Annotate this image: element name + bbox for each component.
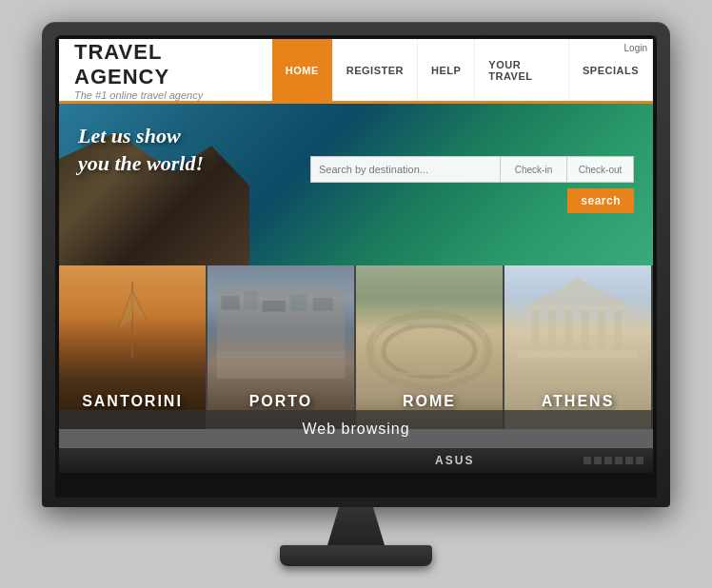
asus-logo: ASUS	[326, 454, 584, 467]
svg-rect-8	[263, 301, 286, 312]
svg-rect-19	[565, 311, 573, 351]
checkout-input[interactable]	[567, 156, 634, 183]
svg-marker-23	[527, 278, 628, 305]
monitor: TRAVEL AGENCY The #1 online travel agenc…	[42, 22, 670, 507]
svg-rect-15	[518, 351, 637, 359]
athens-label: ATHENS	[542, 393, 615, 410]
nav-help[interactable]: HELP	[418, 39, 475, 101]
search-destination-input[interactable]	[310, 156, 501, 183]
monitor-btn-4[interactable]	[615, 457, 623, 464]
monitor-buttons	[583, 457, 643, 464]
porto-label: PORTO	[249, 393, 313, 410]
monitor-bottom-bar: ASUS	[59, 448, 653, 473]
monitor-btn-1[interactable]	[583, 457, 591, 464]
svg-rect-20	[582, 311, 589, 351]
svg-rect-22	[615, 311, 623, 351]
nav-home[interactable]: HOME	[272, 39, 333, 101]
monitor-bezel: TRAVEL AGENCY The #1 online travel agenc…	[55, 35, 657, 498]
login-link[interactable]: Login	[624, 43, 647, 53]
nav-register[interactable]: REGISTER	[333, 39, 418, 101]
site-logo-subtitle: The #1 online travel agency	[74, 89, 257, 101]
destination-athens[interactable]: ATHENS	[504, 265, 653, 429]
logo-area: TRAVEL AGENCY The #1 online travel agenc…	[59, 39, 272, 101]
hero-section: Let us show you the world! search	[59, 104, 653, 265]
svg-rect-16	[527, 305, 628, 311]
santorini-label: SANTORINI	[82, 393, 183, 410]
monitor-stand-neck	[327, 507, 385, 545]
svg-point-13	[384, 325, 475, 377]
site-header: TRAVEL AGENCY The #1 online travel agenc…	[59, 39, 653, 104]
svg-rect-7	[245, 291, 258, 309]
search-button[interactable]: search	[567, 188, 634, 213]
website: TRAVEL AGENCY The #1 online travel agenc…	[59, 39, 653, 448]
nav-your-travel[interactable]: YOUR TRAVEL	[475, 39, 569, 101]
svg-rect-11	[217, 351, 346, 359]
svg-rect-18	[548, 311, 556, 351]
web-browsing-overlay: Web browsing	[59, 410, 653, 429]
svg-rect-9	[290, 294, 307, 310]
destination-santorini[interactable]: SANTORINI	[59, 265, 208, 429]
svg-marker-4	[132, 291, 147, 320]
hero-line2: you the world!	[78, 151, 204, 175]
santorini-mast-icon	[113, 282, 151, 358]
svg-rect-10	[313, 298, 333, 310]
svg-rect-6	[221, 296, 239, 309]
main-nav: HOME REGISTER HELP YOUR TRAVEL SPECIALS	[272, 39, 653, 101]
svg-marker-3	[118, 291, 132, 329]
monitor-btn-3[interactable]	[604, 457, 612, 464]
search-row	[310, 156, 634, 183]
monitor-screen: TRAVEL AGENCY The #1 online travel agenc…	[59, 39, 653, 448]
hero-line1: Let us show	[78, 124, 181, 147]
site-logo-title: TRAVEL AGENCY	[74, 40, 257, 89]
hero-headline: Let us show you the world!	[78, 123, 204, 177]
svg-rect-17	[532, 311, 540, 351]
rome-label: ROME	[403, 393, 456, 410]
search-box-area: search	[310, 156, 634, 213]
destination-porto[interactable]: PORTO	[208, 265, 356, 429]
monitor-btn-2[interactable]	[594, 457, 602, 464]
svg-rect-21	[598, 311, 605, 351]
monitor-btn-6[interactable]	[636, 457, 643, 464]
destinations-section: SANTORINI	[59, 265, 653, 429]
checkin-input[interactable]	[501, 156, 567, 183]
monitor-stand-base	[280, 545, 432, 566]
web-browsing-label: Web browsing	[302, 421, 409, 429]
destination-rome[interactable]: ROME	[356, 265, 504, 429]
monitor-btn-5[interactable]	[625, 457, 633, 464]
